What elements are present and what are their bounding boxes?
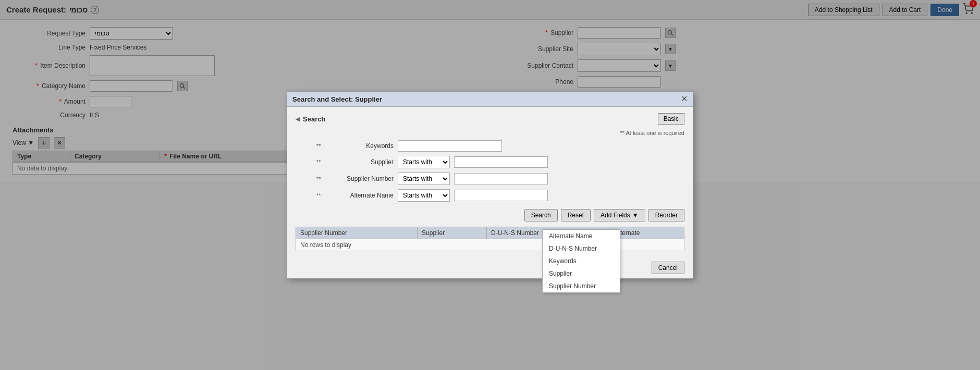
modal-dialog: Search and Select: Supplier ✕ ◀ Search B… xyxy=(287,91,693,279)
search-section-header: ◀ Search Basic xyxy=(296,113,684,125)
alternate-name-row: ** Alternate Name Starts with Contains E… xyxy=(316,189,684,202)
supplier-number-double-star: ** xyxy=(316,176,327,182)
supplier-search-input[interactable] xyxy=(454,156,548,168)
search-actions: Search Reset Add Fields ▼ Reorder xyxy=(296,209,684,221)
alternate-name-label: Alternate Name xyxy=(331,192,394,199)
no-rows-message: No rows to display xyxy=(296,239,684,251)
modal-title: Search and Select: Supplier xyxy=(292,95,382,103)
alternate-name-condition-select[interactable]: Starts with Contains Equals xyxy=(398,189,450,202)
col-supplier: Supplier xyxy=(418,227,487,239)
modal-reset-button[interactable]: Reset xyxy=(561,209,591,221)
modal-footer: Cancel xyxy=(287,257,693,278)
reorder-button[interactable]: Reorder xyxy=(648,209,684,221)
supplier-double-star: ** xyxy=(316,159,327,165)
dropdown-item-supplier-number[interactable]: Supplier Number xyxy=(543,280,620,292)
add-fields-dropdown-icon: ▼ xyxy=(632,212,639,219)
supplier-number-label: Supplier Number xyxy=(331,175,394,182)
search-form-grid: ** Keywords ** Supplier Starts with Cont… xyxy=(316,140,684,202)
add-fields-button[interactable]: Add Fields ▼ xyxy=(594,209,645,221)
search-section-label: ◀ Search xyxy=(296,115,325,123)
keywords-label: Keywords xyxy=(331,142,394,150)
keywords-input[interactable] xyxy=(398,140,502,152)
modal-body: ◀ Search Basic ** At least one is requir… xyxy=(287,107,693,257)
required-note: ** At least one is required xyxy=(296,130,684,136)
results-table: Supplier Number Supplier D-U-N-S Number … xyxy=(296,227,684,251)
dropdown-item-supplier[interactable]: Supplier xyxy=(543,267,620,280)
col-supplier-number: Supplier Number xyxy=(296,227,418,239)
keywords-double-star: ** xyxy=(316,143,327,149)
supplier-number-condition-select[interactable]: Starts with Contains Equals xyxy=(398,172,450,185)
add-fields-dropdown: Alternate Name D-U-N-S Number Keywords S… xyxy=(542,229,620,293)
alternate-name-double-star: ** xyxy=(316,192,327,199)
supplier-number-row: ** Supplier Number Starts with Contains … xyxy=(316,172,684,185)
supplier-condition-select[interactable]: Starts with Contains Equals xyxy=(398,156,450,168)
supplier-search-row: ** Supplier Starts with Contains Equals xyxy=(316,156,684,168)
modal-close-button[interactable]: ✕ xyxy=(681,95,688,103)
modal-titlebar: Search and Select: Supplier ✕ xyxy=(287,92,693,107)
dropdown-item-keywords[interactable]: Keywords xyxy=(543,255,620,267)
keywords-row: ** Keywords xyxy=(316,140,684,152)
supplier-number-input[interactable] xyxy=(454,173,548,184)
dropdown-item-alternate-name[interactable]: Alternate Name xyxy=(543,230,620,242)
modal-cancel-button[interactable]: Cancel xyxy=(652,262,684,274)
dropdown-item-duns[interactable]: D-U-N-S Number xyxy=(543,242,620,255)
modal-search-button[interactable]: Search xyxy=(524,209,558,221)
basic-button[interactable]: Basic xyxy=(658,113,684,125)
col-alternate: Alternate xyxy=(610,227,684,239)
modal-overlay: Search and Select: Supplier ✕ ◀ Search B… xyxy=(0,0,980,370)
alternate-name-input[interactable] xyxy=(454,190,548,201)
modal-supplier-label: Supplier xyxy=(331,158,394,166)
triangle-icon: ◀ xyxy=(296,116,300,122)
no-rows-row: No rows to display xyxy=(296,239,684,251)
